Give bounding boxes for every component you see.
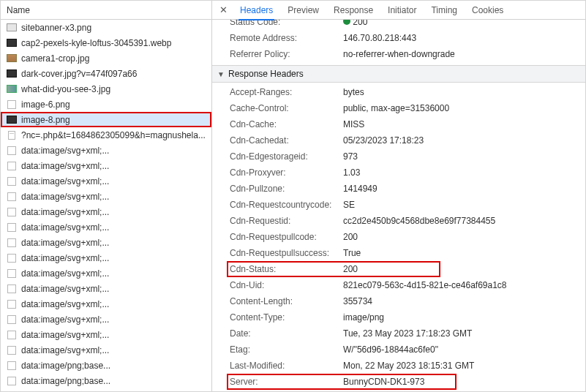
tab-headers[interactable]: Headers — [233, 1, 280, 20]
tab-preview[interactable]: Preview — [280, 1, 326, 20]
file-label: data:image/svg+xml;... — [21, 330, 109, 340]
response-header-row: Cdn-Edgestorageid:973 — [212, 148, 585, 165]
response-header-row: Accept-Ranges:bytes — [212, 84, 585, 100]
header-key: Cdn-Requestpullcode: — [230, 231, 343, 243]
header-key: Content-Type: — [230, 312, 343, 323]
file-label: ?nc=.php&t=1684862305099&h=magnushela... — [21, 130, 206, 140]
file-row[interactable]: data:image/svg+xml;... — [1, 281, 211, 296]
response-header-row: Cdn-Requestid:cc2d2e450b9c4568dbe8e69f77… — [212, 213, 585, 229]
details-scroll[interactable]: Status Code: 200Remote Address:146.70.80… — [212, 20, 585, 391]
file-row[interactable]: data:image/svg+xml;... — [1, 235, 211, 250]
file-label: image-6.png — [21, 99, 70, 110]
file-row[interactable]: data:image/svg+xml;... — [1, 143, 211, 158]
file-row[interactable]: data:image/png;base... — [1, 373, 211, 388]
header-key: Remote Address: — [230, 32, 343, 44]
header-key: Cdn-Uid: — [230, 279, 343, 291]
file-type-icon — [7, 146, 17, 155]
response-header-row: X-Powered-By:Express — [212, 390, 585, 391]
name-column-header[interactable]: Name — [1, 1, 211, 20]
file-row[interactable]: data:image/svg+xml;... — [1, 342, 211, 358]
header-key: Status Code: — [230, 20, 343, 28]
header-value: 1.03 — [343, 167, 585, 178]
file-row[interactable]: image-6.png — [1, 97, 211, 112]
file-row[interactable]: dark-cover.jpg?v=474f097a66 — [1, 66, 211, 81]
file-type-icon — [7, 284, 17, 293]
header-value: W/"56d96-18844ac6fe0" — [343, 344, 585, 355]
file-row[interactable]: data:image/svg+xml;... — [1, 312, 211, 327]
file-type-icon — [7, 238, 17, 247]
file-row[interactable]: ?nc=.php&t=1684862305099&h=magnushela... — [1, 127, 211, 143]
response-header-row: Cdn-Status:200 — [212, 261, 585, 277]
file-label: data:image/svg+xml;... — [21, 192, 109, 202]
file-type-icon — [7, 39, 17, 48]
response-header-row: Cdn-Requestpullsuccess:True — [212, 245, 585, 261]
file-type-icon — [7, 177, 17, 186]
file-type-icon — [7, 315, 17, 324]
header-key: Etag: — [230, 344, 343, 355]
file-label: data:image/svg+xml;... — [21, 284, 109, 294]
header-value: 973 — [343, 151, 585, 162]
file-type-icon — [7, 254, 17, 263]
response-header-row: Cdn-Cache:MISS — [212, 116, 585, 132]
file-type-icon — [7, 192, 17, 201]
file-type-icon — [7, 331, 17, 339]
file-row[interactable]: data:image/svg+xml;... — [1, 189, 211, 204]
file-type-icon — [7, 361, 17, 370]
disclosure-triangle-icon: ▼ — [217, 70, 225, 78]
file-row[interactable]: data:image/png;base... — [1, 358, 211, 373]
file-list: sitebanner-x3.pngcap2-pexels-kyle-loftus… — [1, 20, 211, 391]
response-header-row: Cdn-Requestpullcode:200 — [212, 229, 585, 245]
tab-cookies[interactable]: Cookies — [465, 1, 511, 20]
file-type-icon — [7, 116, 17, 124]
response-header-row: Content-Length:355734 — [212, 293, 585, 309]
file-row[interactable]: cap2-pexels-kyle-loftus-3045391.webp — [1, 35, 211, 50]
header-key: Server: — [230, 376, 343, 388]
header-key: Accept-Ranges: — [230, 86, 343, 98]
tab-response[interactable]: Response — [326, 1, 380, 20]
file-row[interactable]: sitebanner-x3.png — [1, 20, 211, 35]
file-type-icon — [7, 208, 17, 216]
response-header-row: Cdn-Proxyver:1.03 — [212, 165, 585, 181]
file-label: sitebanner-x3.png — [21, 23, 91, 33]
header-value: image/png — [343, 312, 585, 323]
file-row[interactable]: data:image/svg+xml;... — [1, 327, 211, 342]
file-row[interactable]: image-8.png — [1, 112, 211, 127]
header-key: Last-Modified: — [230, 360, 343, 372]
file-row[interactable]: data:image/svg+xml;... — [1, 265, 211, 281]
header-value: public, max-age=31536000 — [343, 102, 585, 114]
header-value: no-referrer-when-downgrade — [343, 48, 585, 60]
header-key: Cache-Control: — [230, 102, 343, 114]
header-value: bytes — [343, 86, 585, 98]
header-value: 355734 — [343, 295, 585, 307]
close-icon[interactable]: ✕ — [217, 4, 230, 17]
response-header-row: Server:BunnyCDN-DK1-973 — [212, 374, 585, 390]
response-header-row: Cdn-Requestcountrycode:SE — [212, 197, 585, 213]
file-row[interactable]: data:image/svg+xml;... — [1, 173, 211, 189]
file-row[interactable]: what-did-you-see-3.jpg — [1, 81, 211, 97]
file-row[interactable]: data:image/svg+xml;... — [1, 204, 211, 219]
tab-timing[interactable]: Timing — [424, 1, 465, 20]
file-row[interactable]: data:image/svg+xml;... — [1, 219, 211, 235]
header-value: 1414949 — [343, 183, 585, 195]
general-row: Referrer Policy:no-referrer-when-downgra… — [212, 46, 585, 62]
header-value: 200 — [343, 263, 585, 275]
file-row[interactable]: camera1-crop.jpg — [1, 50, 211, 66]
file-row[interactable]: data:image/svg+xml;... — [1, 158, 211, 173]
network-file-list-panel: Name sitebanner-x3.pngcap2-pexels-kyle-l… — [1, 1, 212, 391]
tab-initiator[interactable]: Initiator — [380, 1, 424, 20]
header-key: Cdn-Requestcountrycode: — [230, 199, 343, 211]
file-label: what-did-you-see-3.jpg — [21, 84, 110, 94]
file-row[interactable]: data:image/svg+xml;... — [1, 296, 211, 312]
file-type-icon — [7, 54, 17, 63]
response-headers-section[interactable]: ▼ Response Headers — [212, 65, 585, 83]
file-type-icon — [7, 85, 17, 94]
response-header-row: Last-Modified:Mon, 22 May 2023 18:15:31 … — [212, 358, 585, 374]
response-header-row: Etag:W/"56d96-18844ac6fe0" — [212, 342, 585, 358]
response-header-row: Cdn-Pullzone:1414949 — [212, 181, 585, 197]
file-row[interactable]: data:image/svg+xml;... — [1, 250, 211, 265]
header-value: 200 — [343, 20, 585, 28]
general-row: Remote Address:146.70.80.218:443 — [212, 30, 585, 46]
header-value: Mon, 22 May 2023 18:15:31 GMT — [343, 360, 585, 372]
header-key: Cdn-Requestpullsuccess: — [230, 247, 343, 259]
header-value: SE — [343, 199, 585, 211]
